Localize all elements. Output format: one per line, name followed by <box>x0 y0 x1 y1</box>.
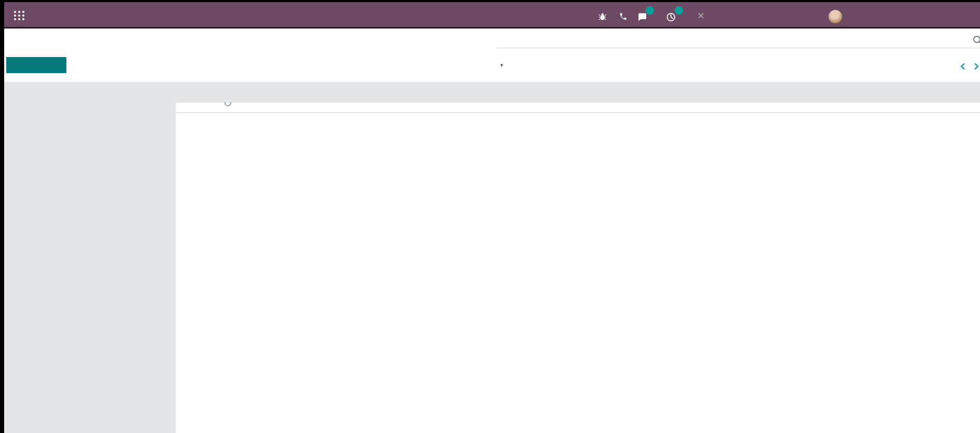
messages-badge <box>646 6 654 15</box>
search-icon[interactable] <box>973 35 980 46</box>
activities-icon[interactable] <box>666 12 676 22</box>
dismiss-icon[interactable]: ✕ <box>697 11 704 21</box>
bug-icon[interactable] <box>598 12 607 21</box>
partial-row-top <box>176 103 980 113</box>
pager-previous-icon[interactable] <box>959 62 968 71</box>
search-input[interactable] <box>497 33 960 47</box>
avatar[interactable] <box>829 10 842 23</box>
apps-grid-icon[interactable] <box>13 10 26 21</box>
chevron-down-icon: ▼ <box>499 63 504 68</box>
table-header-band <box>4 82 980 103</box>
mps-page: ✕ ▼ <box>0 0 980 433</box>
activities-badge <box>675 6 683 15</box>
replenish-button[interactable] <box>6 57 66 73</box>
pager-next-icon[interactable] <box>972 62 980 71</box>
phone-icon[interactable] <box>619 12 627 21</box>
rows-dropdown[interactable]: ▼ <box>497 61 504 69</box>
messages-icon[interactable] <box>637 12 647 22</box>
partial-row-bottom <box>176 425 980 433</box>
top-navbar: ✕ <box>4 2 980 29</box>
search-underline <box>497 48 980 48</box>
table-label-column <box>4 103 176 433</box>
